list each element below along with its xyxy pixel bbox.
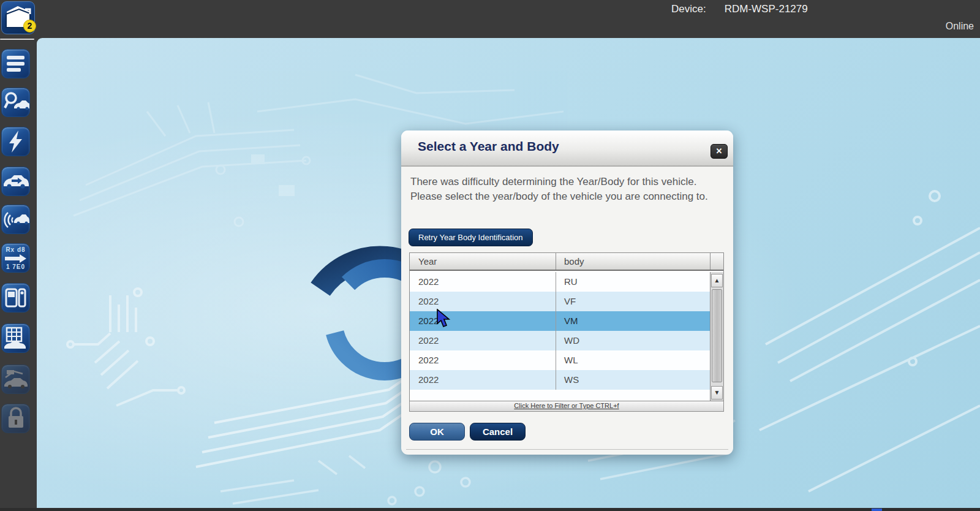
car-arrow-icon [2, 167, 29, 195]
sidebar-divider [0, 39, 34, 40]
sidebar-item-menu[interactable] [1, 49, 30, 78]
sidebar-item-security-lock [1, 404, 30, 433]
sidebar-item-vehicle-service [1, 365, 30, 394]
search-vehicle-icon [2, 88, 29, 116]
cell-year[interactable]: 2022 [410, 311, 556, 331]
table-row[interactable]: 2022RU [410, 272, 710, 292]
year-body-table: Year body 2022RU2022VF2022VM2022WD2022WL… [409, 252, 724, 401]
dialog-footer-divider [406, 449, 728, 450]
device-value: RDM-WSP-21279 [725, 3, 808, 15]
message-count-badge: 2 [23, 20, 36, 32]
table-row[interactable]: 2022VM [410, 311, 710, 331]
dialog-message: There was difficulty determining the Yea… [410, 175, 724, 204]
column-header-body[interactable]: body [556, 253, 710, 270]
cell-year[interactable]: 2022 [410, 370, 556, 390]
cell-year[interactable]: 2022 [410, 272, 556, 292]
close-icon[interactable]: ✕ [710, 144, 728, 159]
sidebar-item-flash[interactable] [1, 127, 30, 156]
fuel-pump-icon [2, 284, 29, 312]
select-year-body-dialog: Select a Year and Body ✕ There was diffi… [401, 131, 733, 455]
table-row[interactable]: 2022VF [410, 292, 710, 311]
sidebar-item-fuel-system[interactable] [1, 283, 30, 312]
year-body-table-body: 2022RU2022VF2022VM2022WD2022WL2022WS [410, 272, 710, 401]
car-hood-open-icon [2, 365, 29, 393]
sidebar-item-data-bus[interactable]: Rx d8 1 7E0 [1, 243, 30, 273]
cell-body[interactable]: WD [556, 331, 710, 350]
lock-icon [2, 404, 29, 433]
cancel-label: Cancel [483, 426, 513, 437]
table-row[interactable]: 2022WL [410, 350, 710, 370]
car-lift-icon [2, 324, 29, 352]
scroll-down-button[interactable]: ▼ [711, 386, 723, 399]
retry-label: Retry Year Body Identification [418, 233, 523, 242]
scrollbar-thumb[interactable] [712, 289, 722, 382]
filter-label: Click Here to Filter or Type CTRL+f [514, 402, 619, 409]
sidebar: Rx d8 1 7E0 [0, 38, 37, 508]
car-radar-icon [2, 205, 29, 233]
cell-year[interactable]: 2022 [410, 331, 556, 350]
cell-body[interactable]: RU [556, 272, 710, 292]
cell-body[interactable]: WS [556, 370, 710, 390]
bottom-bar [0, 508, 980, 511]
sidebar-item-vehicle-connect[interactable] [1, 167, 30, 196]
device-info: Device: RDM-WSP-21279 [671, 3, 808, 15]
ok-label: OK [430, 426, 444, 437]
sidebar-item-vehicle-lift[interactable] [1, 324, 30, 353]
ok-button[interactable]: OK [409, 423, 465, 441]
scroll-up-button[interactable]: ▲ [711, 274, 723, 287]
messages-button[interactable]: 2 [1, 1, 35, 34]
sidebar-item-vehicle-wireless[interactable] [1, 205, 30, 234]
device-label: Device: [671, 3, 706, 15]
top-bar: 2 Device: RDM-WSP-21279 Online [0, 0, 980, 38]
sidebar-item-vehicle-search[interactable] [1, 88, 30, 117]
table-row[interactable]: 2022WS [410, 370, 710, 390]
column-header-year[interactable]: Year [410, 253, 556, 270]
filter-bar[interactable]: Click Here to Filter or Type CTRL+f [409, 401, 724, 412]
online-status: Online [946, 21, 974, 32]
data-bus-id-text: 1 7E0 [2, 263, 29, 270]
lightning-icon [2, 127, 29, 156]
dialog-title: Select a Year and Body [418, 139, 559, 154]
mouse-cursor [436, 309, 451, 328]
table-scrollbar[interactable]: ▲ ▼ [710, 272, 723, 401]
cell-body[interactable]: WL [556, 350, 710, 370]
dialog-header: Select a Year and Body ✕ [401, 131, 733, 167]
cell-body[interactable]: VF [556, 292, 710, 311]
table-header-row: Year body [410, 253, 723, 271]
bottom-bar-indicator [872, 509, 882, 511]
retry-year-body-button[interactable]: Retry Year Body Identification [409, 229, 533, 246]
cell-year[interactable]: 2022 [410, 350, 556, 370]
cancel-button[interactable]: Cancel [470, 423, 526, 441]
table-row[interactable]: 2022WD [410, 331, 710, 350]
menu-icon [2, 50, 29, 78]
cell-year[interactable]: 2022 [410, 292, 556, 311]
cell-body[interactable]: VM [556, 311, 710, 331]
